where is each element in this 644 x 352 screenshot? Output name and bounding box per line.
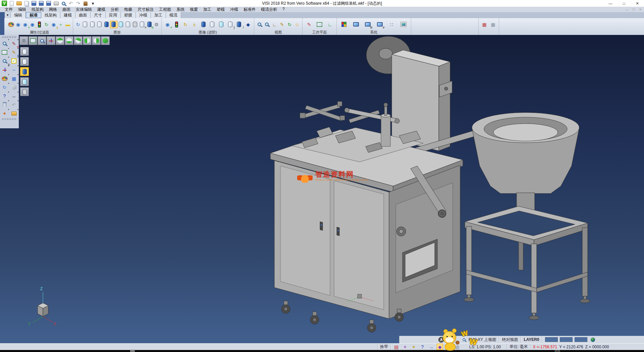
- erase-entities-icon[interactable]: ✎✕: [10, 39, 18, 48]
- protect-shield-icon[interactable]: ◆: [245, 21, 252, 28]
- panel-grip-bottom[interactable]: [2, 118, 17, 120]
- layer-traffic-icon[interactable]: [173, 21, 180, 28]
- ghost-view-icon[interactable]: [217, 21, 225, 28]
- toolbar-tab-建模[interactable]: 建模: [60, 12, 75, 18]
- view-sketch-icon[interactable]: ✎: [278, 21, 286, 28]
- child-close-button[interactable]: ×: [638, 8, 643, 11]
- view-axes-button[interactable]: [47, 36, 55, 45]
- globe-icon[interactable]: [591, 338, 595, 342]
- menu-item-尺寸标注[interactable]: 尺寸标注: [135, 7, 156, 12]
- menu-item-建模[interactable]: 建模: [95, 7, 108, 12]
- render-palette-icon[interactable]: [0, 74, 9, 83]
- ucs-axes-icon[interactable]: [0, 65, 9, 74]
- toolbar-tab-尺寸[interactable]: 尺寸: [91, 12, 106, 18]
- close-button[interactable]: ✕: [631, 0, 644, 7]
- zoom-window-icon[interactable]: [263, 21, 271, 28]
- menu-item-文件[interactable]: 文件: [2, 7, 15, 12]
- save-all-icon[interactable]: [46, 0, 52, 6]
- wireframe-cylinder-icon[interactable]: [82, 21, 89, 28]
- flat-cylinder-icon[interactable]: [124, 21, 131, 28]
- menu-item-线架构[interactable]: 线架构: [29, 7, 46, 12]
- filter-remove-icon[interactable]: ◉−: [29, 21, 36, 28]
- view-cube-bottom-button[interactable]: [65, 36, 73, 45]
- display-shaded-button[interactable]: [20, 67, 29, 76]
- panel-grip-top[interactable]: [2, 36, 17, 38]
- layer-color-swatch[interactable]: [545, 337, 558, 342]
- curve-tools-icon[interactable]: ∼: [10, 65, 18, 74]
- restore-button[interactable]: □: [617, 0, 631, 7]
- layer-plusminus-icon[interactable]: ±: [191, 21, 198, 28]
- attribute-page-icon[interactable]: ◉: [14, 21, 21, 28]
- delete-graphics-icon[interactable]: ✕: [139, 21, 146, 28]
- macro-stamp-icon[interactable]: [83, 0, 89, 6]
- save-file-icon[interactable]: [31, 0, 37, 6]
- undo-icon[interactable]: ↶: [68, 0, 74, 6]
- active-layer-label[interactable]: LAYER0: [524, 337, 539, 342]
- redo-icon[interactable]: ↷: [75, 0, 81, 6]
- refresh-graphics-icon[interactable]: ↻: [146, 21, 153, 28]
- print-icon[interactable]: [53, 0, 59, 6]
- system-capture-icon[interactable]: [400, 21, 407, 28]
- toolbox-wheel-icon[interactable]: ✶: [0, 109, 9, 118]
- view-menu-button[interactable]: ≡: [19, 36, 28, 45]
- view-mode-label[interactable]: 绝对视图: [502, 337, 518, 343]
- solid-view-icon[interactable]: [200, 21, 207, 28]
- menu-item-编辑[interactable]: 编辑: [15, 7, 29, 12]
- workplane-plane-icon[interactable]: [316, 21, 323, 28]
- help-icon[interactable]: ?: [0, 92, 9, 100]
- status-key-icon[interactable]: ✦: [411, 344, 417, 350]
- regen-icon[interactable]: ↻: [74, 21, 82, 28]
- view-smiley-icon[interactable]: ☺: [293, 21, 301, 28]
- show-add-icon[interactable]: +: [57, 21, 64, 28]
- menu-item-实体编辑[interactable]: 实体编辑: [73, 7, 95, 12]
- view-ruler-icon[interactable]: ∟: [271, 21, 278, 28]
- display-wireframe-button[interactable]: [20, 47, 29, 56]
- plane-selection-icon[interactable]: [0, 48, 9, 56]
- regenerate-icon[interactable]: ↻: [0, 83, 9, 91]
- fill-color-swatch[interactable]: [575, 337, 587, 342]
- hatched-cylinder-icon[interactable]: [131, 21, 139, 28]
- multi-window-icon[interactable]: ▦: [10, 74, 18, 83]
- menu-item-塑模[interactable]: 塑模: [214, 7, 227, 12]
- line-color-swatch[interactable]: [560, 337, 573, 342]
- menu-item-标准件[interactable]: 标准件: [241, 7, 258, 12]
- menu-item-系统[interactable]: 系统: [174, 7, 187, 12]
- system-grid-icon[interactable]: ∷: [388, 21, 395, 28]
- save-as-icon[interactable]: [38, 0, 44, 6]
- display-hatch-button[interactable]: [20, 87, 29, 96]
- toolbar-tab-模流[interactable]: 模流: [166, 12, 181, 18]
- measure-distance-icon[interactable]: ↔: [10, 92, 18, 100]
- visi-logo[interactable]: V: [1, 0, 7, 6]
- extra-tool-2-icon[interactable]: ▦: [489, 21, 497, 28]
- selection-filter-icon[interactable]: [0, 39, 9, 48]
- status-doc-icon[interactable]: ▤: [393, 344, 399, 350]
- view-cube-top-button[interactable]: [56, 36, 64, 45]
- menu-item-网格[interactable]: 网格: [46, 7, 60, 12]
- new-file-icon[interactable]: [9, 0, 15, 6]
- tab-dropdown-button[interactable]: ▼: [5, 12, 11, 18]
- view-cube-back-button[interactable]: [74, 36, 83, 45]
- viewport-3d[interactable]: Z X Y 智造资料网 INTELLIGENT MANUFACTURING DA…: [0, 35, 644, 343]
- import-file-icon[interactable]: [23, 0, 30, 6]
- view-cube-right-button[interactable]: [92, 36, 101, 45]
- clip-view-icon[interactable]: /: [235, 21, 243, 28]
- solid-cube-icon[interactable]: [10, 83, 18, 91]
- menu-item-?[interactable]: ?: [280, 7, 287, 12]
- wire-view-icon[interactable]: [209, 21, 216, 28]
- view-fit-button[interactable]: [29, 36, 37, 45]
- undo-gray-icon[interactable]: ↶: [10, 100, 18, 109]
- preview-search-icon[interactable]: [60, 0, 66, 6]
- minimize-button[interactable]: —: [604, 0, 617, 7]
- spline-edit-icon[interactable]: ✎S: [10, 48, 18, 56]
- menu-item-工程图[interactable]: 工程图: [156, 7, 174, 12]
- system-calc-icon[interactable]: #: [376, 21, 383, 28]
- filter-plusminus-icon[interactable]: ◉±: [50, 21, 57, 28]
- zoom-limits-icon[interactable]: ±: [0, 57, 9, 65]
- layer-add-icon[interactable]: ◉+: [164, 21, 171, 28]
- filter-add-icon[interactable]: ◉+: [21, 21, 29, 28]
- system-colors-icon[interactable]: [340, 21, 348, 28]
- open-project-icon[interactable]: [10, 109, 18, 118]
- view-cube-left-button[interactable]: [83, 36, 92, 45]
- toolbar-tab-线架构[interactable]: 线架构: [41, 12, 60, 18]
- toolbar-tab-加工[interactable]: 加工: [151, 12, 166, 18]
